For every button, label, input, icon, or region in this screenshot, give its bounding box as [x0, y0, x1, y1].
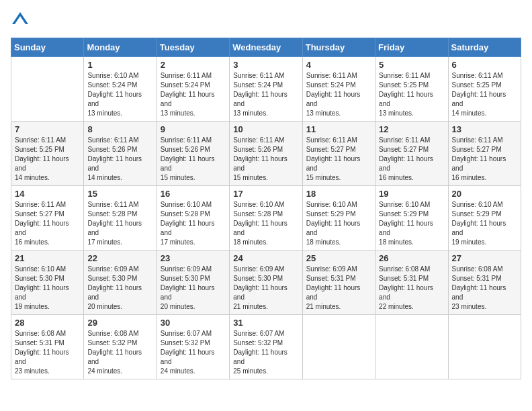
calendar-week-row: 1 Sunrise: 6:10 AMSunset: 5:24 PMDayligh… — [11, 57, 521, 122]
cell-info: Sunrise: 6:10 AMSunset: 5:29 PMDaylight:… — [379, 200, 444, 247]
weekday-header-row: SundayMondayTuesdayWednesdayThursdayFrid… — [11, 38, 521, 57]
calendar-cell: 25 Sunrise: 6:09 AMSunset: 5:31 PMDaylig… — [302, 250, 375, 315]
calendar-cell: 16 Sunrise: 6:10 AMSunset: 5:28 PMDaylig… — [157, 186, 229, 250]
cell-info: Sunrise: 6:08 AMSunset: 5:31 PMDaylight:… — [379, 265, 444, 312]
calendar-cell: 23 Sunrise: 6:09 AMSunset: 5:30 PMDaylig… — [157, 250, 229, 315]
day-number: 24 — [233, 253, 298, 263]
calendar-cell: 21 Sunrise: 6:10 AMSunset: 5:30 PMDaylig… — [11, 250, 84, 315]
cell-info: Sunrise: 6:10 AMSunset: 5:28 PMDaylight:… — [161, 200, 226, 247]
day-number: 30 — [161, 318, 226, 328]
calendar-cell: 17 Sunrise: 6:10 AMSunset: 5:28 PMDaylig… — [230, 186, 302, 250]
calendar-week-row: 21 Sunrise: 6:10 AMSunset: 5:30 PMDaylig… — [11, 250, 521, 315]
cell-info: Sunrise: 6:10 AMSunset: 5:30 PMDaylight:… — [15, 265, 80, 312]
cell-info: Sunrise: 6:09 AMSunset: 5:30 PMDaylight:… — [161, 265, 226, 312]
day-number: 16 — [161, 189, 226, 199]
cell-info: Sunrise: 6:09 AMSunset: 5:30 PMDaylight:… — [233, 265, 298, 312]
day-number: 5 — [379, 60, 444, 70]
weekday-header: Tuesday — [157, 38, 229, 57]
calendar-table: SundayMondayTuesdayWednesdayThursdayFrid… — [11, 38, 521, 379]
calendar-cell: 19 Sunrise: 6:10 AMSunset: 5:29 PMDaylig… — [375, 186, 448, 250]
day-number: 9 — [161, 124, 226, 134]
calendar-cell — [11, 57, 84, 122]
cell-info: Sunrise: 6:11 AMSunset: 5:24 PMDaylight:… — [161, 71, 226, 118]
calendar-cell: 5 Sunrise: 6:11 AMSunset: 5:25 PMDayligh… — [375, 57, 448, 122]
calendar-cell: 2 Sunrise: 6:11 AMSunset: 5:24 PMDayligh… — [157, 57, 229, 122]
cell-info: Sunrise: 6:09 AMSunset: 5:30 PMDaylight:… — [87, 265, 152, 312]
cell-info: Sunrise: 6:10 AMSunset: 5:29 PMDaylight:… — [452, 200, 517, 247]
calendar-cell: 22 Sunrise: 6:09 AMSunset: 5:30 PMDaylig… — [84, 250, 157, 315]
calendar-week-row: 14 Sunrise: 6:11 AMSunset: 5:27 PMDaylig… — [11, 186, 521, 250]
weekday-header: Wednesday — [230, 38, 302, 57]
calendar-cell: 8 Sunrise: 6:11 AMSunset: 5:26 PMDayligh… — [84, 122, 157, 186]
calendar-cell: 20 Sunrise: 6:10 AMSunset: 5:29 PMDaylig… — [448, 186, 521, 250]
day-number: 17 — [233, 189, 298, 199]
day-number: 10 — [233, 124, 298, 134]
day-number: 15 — [87, 189, 152, 199]
calendar-cell: 26 Sunrise: 6:08 AMSunset: 5:31 PMDaylig… — [375, 250, 448, 315]
cell-info: Sunrise: 6:11 AMSunset: 5:25 PMDaylight:… — [379, 71, 444, 118]
cell-info: Sunrise: 6:07 AMSunset: 5:32 PMDaylight:… — [161, 329, 226, 376]
calendar-cell — [375, 315, 448, 379]
weekday-header: Sunday — [11, 38, 84, 57]
page-header — [11, 11, 521, 30]
calendar-cell: 27 Sunrise: 6:08 AMSunset: 5:31 PMDaylig… — [448, 250, 521, 315]
cell-info: Sunrise: 6:10 AMSunset: 5:24 PMDaylight:… — [87, 71, 152, 118]
day-number: 7 — [15, 124, 80, 134]
calendar-cell: 13 Sunrise: 6:11 AMSunset: 5:27 PMDaylig… — [448, 122, 521, 186]
cell-info: Sunrise: 6:11 AMSunset: 5:28 PMDaylight:… — [87, 200, 152, 247]
calendar-cell: 7 Sunrise: 6:11 AMSunset: 5:25 PMDayligh… — [11, 122, 84, 186]
calendar-cell: 6 Sunrise: 6:11 AMSunset: 5:25 PMDayligh… — [448, 57, 521, 122]
cell-info: Sunrise: 6:11 AMSunset: 5:27 PMDaylight:… — [452, 136, 517, 183]
day-number: 25 — [306, 253, 371, 263]
calendar-cell: 3 Sunrise: 6:11 AMSunset: 5:24 PMDayligh… — [230, 57, 302, 122]
day-number: 4 — [306, 60, 371, 70]
cell-info: Sunrise: 6:08 AMSunset: 5:31 PMDaylight:… — [452, 265, 517, 312]
cell-info: Sunrise: 6:11 AMSunset: 5:26 PMDaylight:… — [161, 136, 226, 183]
day-number: 29 — [87, 318, 152, 328]
calendar-cell — [302, 315, 375, 379]
cell-info: Sunrise: 6:11 AMSunset: 5:27 PMDaylight:… — [379, 136, 444, 183]
day-number: 20 — [452, 189, 517, 199]
day-number: 8 — [87, 124, 152, 134]
calendar-cell: 29 Sunrise: 6:08 AMSunset: 5:32 PMDaylig… — [84, 315, 157, 379]
calendar-cell: 9 Sunrise: 6:11 AMSunset: 5:26 PMDayligh… — [157, 122, 229, 186]
calendar-cell: 28 Sunrise: 6:08 AMSunset: 5:31 PMDaylig… — [11, 315, 84, 379]
day-number: 14 — [15, 189, 80, 199]
cell-info: Sunrise: 6:11 AMSunset: 5:24 PMDaylight:… — [233, 71, 298, 118]
day-number: 28 — [15, 318, 80, 328]
logo-icon — [11, 11, 30, 30]
calendar-cell: 24 Sunrise: 6:09 AMSunset: 5:30 PMDaylig… — [230, 250, 302, 315]
day-number: 12 — [379, 124, 444, 134]
weekday-header: Thursday — [302, 38, 375, 57]
calendar-cell — [448, 315, 521, 379]
day-number: 1 — [87, 60, 152, 70]
cell-info: Sunrise: 6:10 AMSunset: 5:29 PMDaylight:… — [306, 200, 371, 247]
day-number: 22 — [87, 253, 152, 263]
day-number: 26 — [379, 253, 444, 263]
calendar-cell: 31 Sunrise: 6:07 AMSunset: 5:32 PMDaylig… — [230, 315, 302, 379]
cell-info: Sunrise: 6:11 AMSunset: 5:25 PMDaylight:… — [452, 71, 517, 118]
cell-info: Sunrise: 6:11 AMSunset: 5:27 PMDaylight:… — [306, 136, 371, 183]
day-number: 13 — [452, 124, 517, 134]
weekday-header: Friday — [375, 38, 448, 57]
day-number: 2 — [161, 60, 226, 70]
day-number: 3 — [233, 60, 298, 70]
calendar-week-row: 28 Sunrise: 6:08 AMSunset: 5:31 PMDaylig… — [11, 315, 521, 379]
logo — [11, 11, 32, 30]
calendar-cell: 18 Sunrise: 6:10 AMSunset: 5:29 PMDaylig… — [302, 186, 375, 250]
cell-info: Sunrise: 6:07 AMSunset: 5:32 PMDaylight:… — [233, 329, 298, 376]
day-number: 23 — [161, 253, 226, 263]
day-number: 11 — [306, 124, 371, 134]
day-number: 6 — [452, 60, 517, 70]
cell-info: Sunrise: 6:09 AMSunset: 5:31 PMDaylight:… — [306, 265, 371, 312]
cell-info: Sunrise: 6:11 AMSunset: 5:25 PMDaylight:… — [15, 136, 80, 183]
calendar-cell: 10 Sunrise: 6:11 AMSunset: 5:26 PMDaylig… — [230, 122, 302, 186]
cell-info: Sunrise: 6:11 AMSunset: 5:24 PMDaylight:… — [306, 71, 371, 118]
calendar-week-row: 7 Sunrise: 6:11 AMSunset: 5:25 PMDayligh… — [11, 122, 521, 186]
calendar-cell: 14 Sunrise: 6:11 AMSunset: 5:27 PMDaylig… — [11, 186, 84, 250]
calendar-cell: 11 Sunrise: 6:11 AMSunset: 5:27 PMDaylig… — [302, 122, 375, 186]
cell-info: Sunrise: 6:10 AMSunset: 5:28 PMDaylight:… — [233, 200, 298, 247]
calendar-cell: 4 Sunrise: 6:11 AMSunset: 5:24 PMDayligh… — [302, 57, 375, 122]
calendar-cell: 1 Sunrise: 6:10 AMSunset: 5:24 PMDayligh… — [84, 57, 157, 122]
calendar-cell: 30 Sunrise: 6:07 AMSunset: 5:32 PMDaylig… — [157, 315, 229, 379]
